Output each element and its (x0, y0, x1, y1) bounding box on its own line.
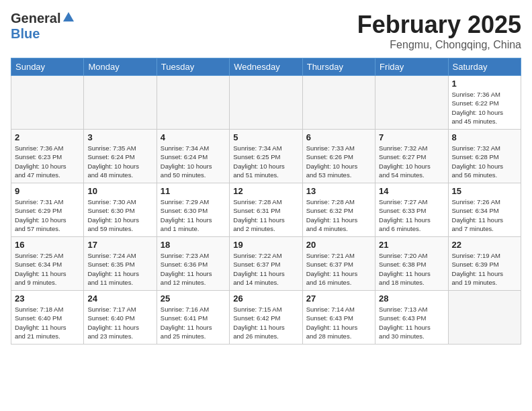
day-number: 8 (452, 132, 517, 142)
header: General Blue February 2025 Fengmu, Chong… (11, 11, 521, 51)
day-info: Sunrise: 7:36 AM Sunset: 6:23 PM Dayligh… (15, 144, 80, 179)
day-number: 6 (306, 132, 371, 142)
calendar-week-row: 9Sunrise: 7:31 AM Sunset: 6:29 PM Daylig… (11, 183, 521, 237)
day-number: 21 (379, 240, 444, 250)
calendar-cell: 24Sunrise: 7:17 AM Sunset: 6:40 PM Dayli… (84, 291, 157, 345)
col-friday: Friday (375, 58, 448, 76)
day-number: 23 (15, 293, 80, 304)
day-info: Sunrise: 7:30 AM Sunset: 6:30 PM Dayligh… (87, 197, 152, 233)
day-info: Sunrise: 7:15 AM Sunset: 6:42 PM Dayligh… (233, 305, 298, 340)
calendar-cell: 1Sunrise: 7:36 AM Sunset: 6:22 PM Daylig… (448, 76, 521, 130)
calendar-cell: 17Sunrise: 7:24 AM Sunset: 6:35 PM Dayli… (84, 237, 157, 291)
day-number: 15 (452, 186, 517, 196)
calendar-cell (157, 76, 229, 130)
day-info: Sunrise: 7:31 AM Sunset: 6:29 PM Dayligh… (15, 197, 80, 233)
calendar-cell (84, 76, 157, 130)
day-info: Sunrise: 7:35 AM Sunset: 6:24 PM Dayligh… (87, 144, 152, 179)
day-number: 11 (161, 186, 226, 196)
title-block: February 2025 Fengmu, Chongqing, China (357, 11, 521, 51)
calendar-cell: 5Sunrise: 7:34 AM Sunset: 6:25 PM Daylig… (230, 130, 302, 183)
calendar-cell: 18Sunrise: 7:23 AM Sunset: 6:36 PM Dayli… (157, 237, 229, 291)
calendar-cell: 27Sunrise: 7:14 AM Sunset: 6:43 PM Dayli… (302, 291, 375, 345)
calendar-cell (448, 291, 521, 345)
day-info: Sunrise: 7:26 AM Sunset: 6:34 PM Dayligh… (452, 197, 517, 233)
day-number: 4 (161, 132, 226, 142)
calendar-cell (230, 76, 302, 130)
calendar-page: General Blue February 2025 Fengmu, Chong… (0, 0, 532, 355)
day-info: Sunrise: 7:28 AM Sunset: 6:32 PM Dayligh… (306, 197, 371, 233)
calendar-cell: 26Sunrise: 7:15 AM Sunset: 6:42 PM Dayli… (230, 291, 302, 345)
day-number: 18 (161, 240, 226, 250)
col-sunday: Sunday (11, 58, 84, 76)
col-saturday: Saturday (448, 58, 521, 76)
logo-general: General (11, 11, 60, 26)
day-info: Sunrise: 7:32 AM Sunset: 6:27 PM Dayligh… (379, 144, 444, 179)
day-number: 9 (15, 186, 80, 196)
calendar-cell: 25Sunrise: 7:16 AM Sunset: 6:41 PM Dayli… (157, 291, 229, 345)
calendar-cell: 12Sunrise: 7:28 AM Sunset: 6:31 PM Dayli… (230, 183, 302, 237)
calendar-cell: 14Sunrise: 7:27 AM Sunset: 6:33 PM Dayli… (375, 183, 448, 237)
day-info: Sunrise: 7:17 AM Sunset: 6:40 PM Dayligh… (87, 305, 152, 340)
day-number: 2 (15, 132, 80, 142)
col-thursday: Thursday (302, 58, 375, 76)
calendar-cell: 11Sunrise: 7:29 AM Sunset: 6:30 PM Dayli… (157, 183, 229, 237)
calendar-cell: 8Sunrise: 7:32 AM Sunset: 6:28 PM Daylig… (448, 130, 521, 183)
day-number: 5 (233, 132, 298, 142)
day-info: Sunrise: 7:24 AM Sunset: 6:35 PM Dayligh… (87, 251, 152, 287)
day-number: 26 (233, 293, 298, 304)
calendar-cell: 16Sunrise: 7:25 AM Sunset: 6:34 PM Dayli… (11, 237, 84, 291)
day-number: 7 (379, 132, 444, 142)
calendar-cell (11, 76, 84, 130)
day-info: Sunrise: 7:13 AM Sunset: 6:43 PM Dayligh… (379, 305, 444, 340)
calendar-week-row: 23Sunrise: 7:18 AM Sunset: 6:40 PM Dayli… (11, 291, 521, 345)
calendar-cell: 4Sunrise: 7:34 AM Sunset: 6:24 PM Daylig… (157, 130, 229, 183)
day-info: Sunrise: 7:33 AM Sunset: 6:26 PM Dayligh… (306, 144, 371, 179)
calendar-cell: 23Sunrise: 7:18 AM Sunset: 6:40 PM Dayli… (11, 291, 84, 345)
calendar-cell: 13Sunrise: 7:28 AM Sunset: 6:32 PM Dayli… (302, 183, 375, 237)
calendar-week-row: 16Sunrise: 7:25 AM Sunset: 6:34 PM Dayli… (11, 237, 521, 291)
col-tuesday: Tuesday (157, 58, 229, 76)
col-monday: Monday (84, 58, 157, 76)
day-info: Sunrise: 7:16 AM Sunset: 6:41 PM Dayligh… (161, 305, 226, 340)
day-info: Sunrise: 7:19 AM Sunset: 6:39 PM Dayligh… (452, 251, 517, 287)
day-info: Sunrise: 7:22 AM Sunset: 6:37 PM Dayligh… (233, 251, 298, 287)
calendar-cell (302, 76, 375, 130)
month-year: February 2025 (357, 11, 521, 39)
day-info: Sunrise: 7:14 AM Sunset: 6:43 PM Dayligh… (306, 305, 371, 340)
day-number: 10 (87, 186, 152, 196)
day-info: Sunrise: 7:25 AM Sunset: 6:34 PM Dayligh… (15, 251, 80, 287)
day-info: Sunrise: 7:18 AM Sunset: 6:40 PM Dayligh… (15, 305, 80, 340)
calendar-cell: 10Sunrise: 7:30 AM Sunset: 6:30 PM Dayli… (84, 183, 157, 237)
calendar-cell: 19Sunrise: 7:22 AM Sunset: 6:37 PM Dayli… (230, 237, 302, 291)
day-info: Sunrise: 7:20 AM Sunset: 6:38 PM Dayligh… (379, 251, 444, 287)
day-info: Sunrise: 7:34 AM Sunset: 6:24 PM Dayligh… (161, 144, 226, 179)
day-number: 25 (161, 293, 226, 304)
calendar-table: Sunday Monday Tuesday Wednesday Thursday… (11, 58, 521, 345)
logo-triangle-icon (62, 11, 75, 26)
day-number: 20 (306, 240, 371, 250)
calendar-week-row: 2Sunrise: 7:36 AM Sunset: 6:23 PM Daylig… (11, 130, 521, 183)
calendar-cell: 6Sunrise: 7:33 AM Sunset: 6:26 PM Daylig… (302, 130, 375, 183)
day-info: Sunrise: 7:32 AM Sunset: 6:28 PM Dayligh… (452, 144, 517, 179)
day-info: Sunrise: 7:34 AM Sunset: 6:25 PM Dayligh… (233, 144, 298, 179)
calendar-cell: 28Sunrise: 7:13 AM Sunset: 6:43 PM Dayli… (375, 291, 448, 345)
calendar-cell: 20Sunrise: 7:21 AM Sunset: 6:37 PM Dayli… (302, 237, 375, 291)
day-number: 19 (233, 240, 298, 250)
day-number: 24 (87, 293, 152, 304)
day-number: 14 (379, 186, 444, 196)
col-wednesday: Wednesday (230, 58, 302, 76)
location: Fengmu, Chongqing, China (357, 39, 521, 51)
calendar-cell: 7Sunrise: 7:32 AM Sunset: 6:27 PM Daylig… (375, 130, 448, 183)
day-info: Sunrise: 7:36 AM Sunset: 6:22 PM Dayligh… (452, 90, 517, 126)
day-info: Sunrise: 7:29 AM Sunset: 6:30 PM Dayligh… (161, 197, 226, 233)
calendar-week-row: 1Sunrise: 7:36 AM Sunset: 6:22 PM Daylig… (11, 76, 521, 130)
calendar-header-row: Sunday Monday Tuesday Wednesday Thursday… (11, 58, 521, 76)
calendar-cell: 9Sunrise: 7:31 AM Sunset: 6:29 PM Daylig… (11, 183, 84, 237)
day-info: Sunrise: 7:21 AM Sunset: 6:37 PM Dayligh… (306, 251, 371, 287)
day-number: 28 (379, 293, 444, 304)
day-number: 27 (306, 293, 371, 304)
logo: General Blue (11, 11, 75, 42)
calendar-cell: 21Sunrise: 7:20 AM Sunset: 6:38 PM Dayli… (375, 237, 448, 291)
calendar-cell (375, 76, 448, 130)
calendar-cell: 2Sunrise: 7:36 AM Sunset: 6:23 PM Daylig… (11, 130, 84, 183)
